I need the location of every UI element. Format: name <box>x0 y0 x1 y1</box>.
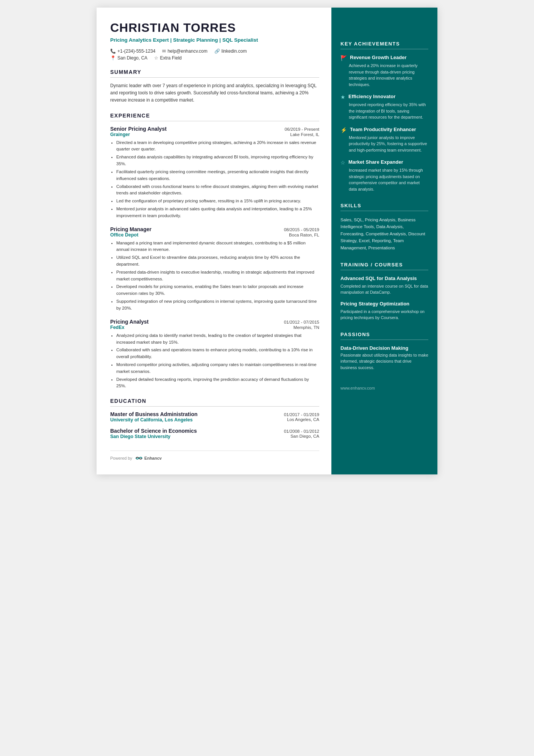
job2-title: Pricing Manager <box>110 226 151 232</box>
edu2-school-row: San Diego State University San Diego, CA <box>110 434 319 439</box>
training-title: TRAINING / COURSES <box>340 262 428 268</box>
job1-bullets: Directed a team in developing competitiv… <box>110 139 319 219</box>
extra-icon: ☆ <box>154 55 158 61</box>
edu2-header: Bachelor of Science in Economics 01/2008… <box>110 428 319 434</box>
job1-location: Lake Forest, IL <box>290 132 319 137</box>
job-pricing-manager: Pricing Manager 08/2015 - 05/2019 Office… <box>110 226 319 312</box>
list-item: Monitored competitor pricing activities,… <box>116 362 319 375</box>
edu1-school-row: University of California, Los Angeles Lo… <box>110 417 319 423</box>
edu1-location: Los Angeles, CA <box>287 417 319 423</box>
location-value: San Diego, CA <box>117 55 147 61</box>
achievement-productivity-title: Team Productivity Enhancer <box>350 127 416 133</box>
achievement-revenue-title: Revenue Growth Leader <box>350 55 407 61</box>
passions-divider <box>340 340 428 340</box>
job3-bullets: Analyzed pricing data to identify market… <box>110 332 319 390</box>
achievement-efficiency-desc: Improved reporting efficiency by 35% wit… <box>340 102 428 121</box>
achievement-efficiency: ★ Efficiency Innovator Improved reportin… <box>340 94 428 121</box>
job3-location: Memphis, TN <box>294 325 319 330</box>
job2-location: Boca Raton, FL <box>289 233 319 237</box>
powered-by-label: Powered by <box>110 456 132 460</box>
right-footer-url: www.enhancv.com <box>340 386 428 390</box>
achievement-revenue-desc: Achieved a 20% increase in quarterly rev… <box>340 63 428 88</box>
extra-field-item: ☆ Extra Field <box>154 55 181 61</box>
job2-dates: 08/2015 - 05/2019 <box>284 227 319 232</box>
list-item: Collaborated with cross-functional teams… <box>116 183 319 197</box>
job1-title: Senior Pricing Analyst <box>110 126 167 132</box>
list-item: Analyzed pricing data to identify market… <box>116 332 319 346</box>
summary-divider <box>110 77 319 78</box>
training-pricing: Pricing Strategy Optimization Participat… <box>340 301 428 321</box>
job1-dates: 06/2019 - Present <box>285 127 319 131</box>
job-pricing-analyst: Pricing Analyst 01/2012 - 07/2015 FedEx … <box>110 319 319 390</box>
achievement-revenue-header: 🚩 Revenue Growth Leader <box>340 55 428 61</box>
edu1-school: University of California, Los Angeles <box>110 417 193 423</box>
left-footer: Powered by Enhancv <box>110 451 319 461</box>
edu1-degree: Master of Business Administration <box>110 411 198 417</box>
job1-header: Senior Pricing Analyst 06/2019 - Present <box>110 126 319 132</box>
achievement-efficiency-header: ★ Efficiency Innovator <box>340 94 428 100</box>
achievement-market-desc: Increased market share by 15% through st… <box>340 167 428 192</box>
edu2-dates: 01/2008 - 01/2012 <box>284 429 319 434</box>
list-item: Collaborated with sales and operations t… <box>116 347 319 360</box>
candidate-name: CHRISTIAN TORRES <box>110 21 319 34</box>
location-row: 📍 San Diego, CA ☆ Extra Field <box>110 55 319 61</box>
star-icon: ★ <box>340 94 345 100</box>
job1-company: Grainger <box>110 132 130 137</box>
list-item: Utilized SQL and Excel to streamline dat… <box>116 254 319 268</box>
skills-title: SKILLS <box>340 203 428 208</box>
resume-container: CHRISTIAN TORRES Pricing Analytics Exper… <box>97 8 437 474</box>
achievement-revenue: 🚩 Revenue Growth Leader Achieved a 20% i… <box>340 55 428 88</box>
achievements-title: KEY ACHIEVEMENTS <box>340 41 428 47</box>
passion-data-title: Data-Driven Decision Making <box>340 345 428 351</box>
achievement-market-title: Market Share Expander <box>348 159 403 166</box>
contact-row: 📞 +1-(234)-555-1234 ✉ help@enhancv.com 🔗… <box>110 49 319 54</box>
list-item: Managed a pricing team and implemented d… <box>116 240 319 254</box>
enhancv-icon <box>135 455 143 461</box>
location-icon: 📍 <box>110 55 116 61</box>
achievement-productivity-desc: Mentored junior analysts to improve prod… <box>340 135 428 153</box>
edu1-dates: 01/2017 - 01/2019 <box>284 412 319 417</box>
job3-company: FedEx <box>110 325 125 330</box>
list-item: Mentored junior analysts in advanced sal… <box>116 206 319 219</box>
left-column: CHRISTIAN TORRES Pricing Analytics Exper… <box>97 8 331 474</box>
summary-section: SUMMARY Dynamic leader with over 7 years… <box>110 69 319 104</box>
enhancv-logo: Enhancv <box>135 455 162 461</box>
training-pricing-title: Pricing Strategy Optimization <box>340 301 428 307</box>
job3-company-row: FedEx Memphis, TN <box>110 325 319 330</box>
achievement-market: ☆ Market Share Expander Increased market… <box>340 159 428 192</box>
skills-divider <box>340 211 428 211</box>
achievements-section: KEY ACHIEVEMENTS 🚩 Revenue Growth Leader… <box>340 41 428 192</box>
linkedin-value: linkedin.com <box>222 49 247 54</box>
lightning-icon: ⚡ <box>340 127 347 133</box>
training-section: TRAINING / COURSES Advanced SQL for Data… <box>340 262 428 321</box>
job3-dates: 01/2012 - 07/2015 <box>284 320 319 324</box>
edu2-degree: Bachelor of Science in Economics <box>110 428 197 434</box>
achievement-market-header: ☆ Market Share Expander <box>340 159 428 166</box>
phone-icon: 📞 <box>110 49 116 54</box>
job2-header: Pricing Manager 08/2015 - 05/2019 <box>110 226 319 232</box>
phone-item: 📞 +1-(234)-555-1234 <box>110 49 155 54</box>
flag-icon: 🚩 <box>340 55 347 61</box>
achievement-productivity-header: ⚡ Team Productivity Enhancer <box>340 127 428 133</box>
location-item: 📍 San Diego, CA <box>110 55 147 61</box>
job2-bullets: Managed a pricing team and implemented d… <box>110 240 319 312</box>
header-section: CHRISTIAN TORRES Pricing Analytics Exper… <box>110 21 319 61</box>
list-item: Developed models for pricing scenarios, … <box>116 283 319 297</box>
achievement-efficiency-title: Efficiency Innovator <box>348 94 395 100</box>
edu-mba: Master of Business Administration 01/201… <box>110 411 319 423</box>
list-item: Supported integration of new pricing con… <box>116 298 319 312</box>
passion-data: Data-Driven Decision Making Passionate a… <box>340 345 428 371</box>
list-item: Enhanced data analysis capabilities by i… <box>116 154 319 167</box>
passions-section: PASSIONS Data-Driven Decision Making Pas… <box>340 332 428 371</box>
passion-data-desc: Passionate about utilizing data insights… <box>340 352 428 371</box>
experience-title: EXPERIENCE <box>110 113 319 119</box>
experience-divider <box>110 121 319 121</box>
linkedin-icon: 🔗 <box>214 49 220 54</box>
list-item: Directed a team in developing competitiv… <box>116 139 319 153</box>
job1-company-row: Grainger Lake Forest, IL <box>110 132 319 137</box>
achievement-productivity: ⚡ Team Productivity Enhancer Mentored ju… <box>340 127 428 153</box>
experience-section: EXPERIENCE Senior Pricing Analyst 06/201… <box>110 113 319 390</box>
training-sql-title: Advanced SQL for Data Analysis <box>340 275 428 282</box>
list-item: Developed detailed forecasting reports, … <box>116 376 319 390</box>
list-item: Presented data-driven insights to execut… <box>116 269 319 283</box>
